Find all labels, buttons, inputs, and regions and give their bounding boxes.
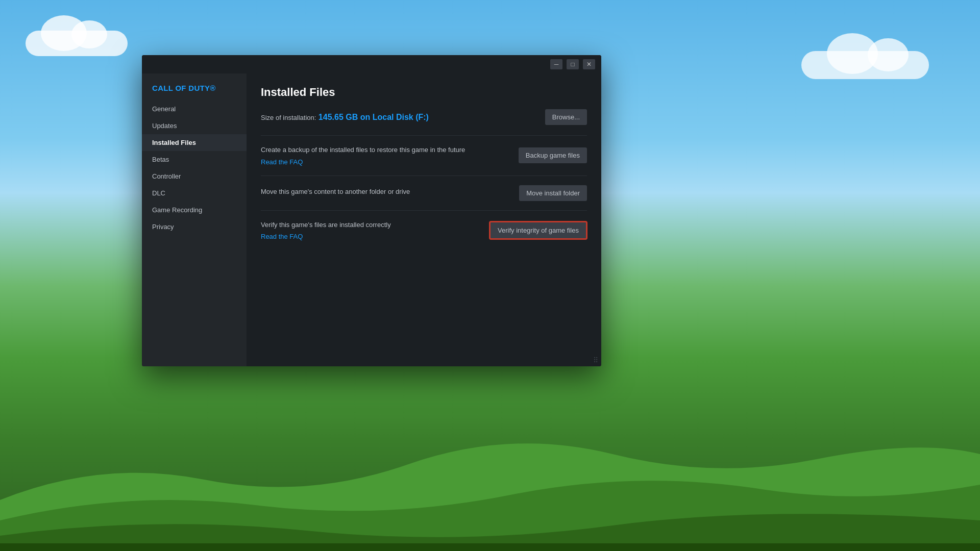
cloud-1 xyxy=(26,31,128,56)
titlebar: ─ □ ✕ xyxy=(142,55,601,73)
verify-integrity-button[interactable]: Verify integrity of game files xyxy=(489,221,587,239)
sidebar-item-dlc[interactable]: DLC xyxy=(142,185,247,202)
sidebar-item-general[interactable]: General xyxy=(142,101,247,117)
sidebar-item-installed-files[interactable]: Installed Files xyxy=(142,134,247,151)
backup-faq-link[interactable]: Read the FAQ xyxy=(261,158,303,166)
backup-description: Create a backup of the installed files t… xyxy=(261,145,519,166)
move-action-row: Move this game's content to another fold… xyxy=(261,176,587,210)
size-value-text: 145.65 GB on Local Disk (F:) xyxy=(318,113,429,121)
sidebar-item-updates[interactable]: Updates xyxy=(142,117,247,134)
content-area: Installed Files Size of installation: 14… xyxy=(247,73,601,366)
move-description: Move this game's content to another fold… xyxy=(261,187,519,199)
sidebar-game-title: CALL OF DUTY® xyxy=(142,82,247,101)
sidebar-item-controller[interactable]: Controller xyxy=(142,168,247,185)
resize-handle[interactable]: ⠿ xyxy=(593,356,598,364)
sidebar-item-betas[interactable]: Betas xyxy=(142,151,247,168)
verify-desc-text: Verify this game's files are installed c… xyxy=(261,220,479,230)
maximize-button[interactable]: □ xyxy=(567,59,579,69)
backup-button[interactable]: Backup game files xyxy=(519,147,587,163)
move-install-button[interactable]: Move install folder xyxy=(519,185,587,201)
sidebar: CALL OF DUTY® General Updates Installed … xyxy=(142,73,247,366)
backup-action-row: Create a backup of the installed files t… xyxy=(261,135,587,176)
verify-faq-link[interactable]: Read the FAQ xyxy=(261,233,303,240)
browse-button[interactable]: Browse... xyxy=(545,109,587,125)
cloud-2 xyxy=(801,51,929,79)
sidebar-item-privacy[interactable]: Privacy xyxy=(142,218,247,235)
verify-description: Verify this game's files are installed c… xyxy=(261,220,489,241)
verify-action-row: Verify this game's files are installed c… xyxy=(261,210,587,251)
size-installation-row: Size of installation: 145.65 GB on Local… xyxy=(261,109,587,125)
sidebar-item-game-recording[interactable]: Game Recording xyxy=(142,202,247,218)
window-body: CALL OF DUTY® General Updates Installed … xyxy=(142,73,601,366)
minimize-button[interactable]: ─ xyxy=(550,59,562,69)
app-window: ─ □ ✕ CALL OF DUTY® General Updates Inst… xyxy=(142,55,601,366)
size-installation-label: Size of installation: 145.65 GB on Local… xyxy=(261,113,429,122)
close-button[interactable]: ✕ xyxy=(583,59,595,69)
backup-desc-text: Create a backup of the installed files t… xyxy=(261,145,508,155)
move-desc-text: Move this game's content to another fold… xyxy=(261,187,509,197)
size-label-text: Size of installation: xyxy=(261,114,316,121)
page-title: Installed Files xyxy=(261,86,587,99)
